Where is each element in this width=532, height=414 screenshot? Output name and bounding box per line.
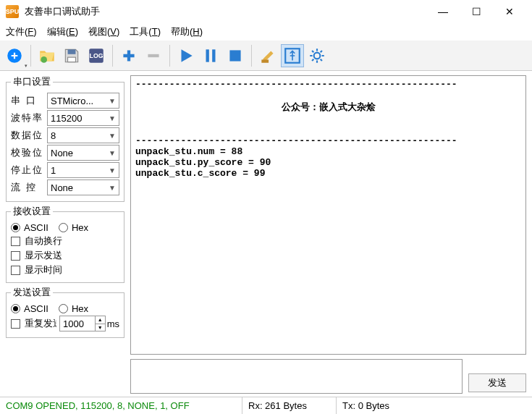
play-icon[interactable] [174,44,198,67]
toolbar: ▾ LOG [0,41,532,71]
stopbits-label: 停止位 [11,164,47,177]
flow-label: 流 控 [11,181,47,194]
spin-down-icon[interactable]: ▼ [95,324,105,331]
maximize-button[interactable]: ☐ [460,0,493,23]
chevron-down-icon: ▼ [109,166,116,174]
svg-rect-9 [261,59,269,62]
stopbits-select[interactable]: 1▼ [47,162,119,178]
menu-file[interactable]: 文件(F) [6,25,37,38]
databits-select[interactable]: 8▼ [47,127,119,143]
menu-help[interactable]: 帮助(H) [171,25,203,38]
minimize-button[interactable]: — [426,0,460,23]
menu-tools[interactable]: 工具(T) [130,25,161,38]
title-bar: SPU 友善串口调试助手 — ☐ ✕ [0,0,532,23]
stop-icon[interactable] [224,44,247,67]
sidebar: 串口设置 串 口 STMicro...▼ 波特率 115200▼ 数据位 8▼ … [0,71,130,397]
main-pane: ----------------------------------------… [130,71,532,397]
chevron-down-icon: ▼ [109,184,116,192]
chevron-down-icon: ▼ [109,114,116,122]
send-button[interactable]: 发送 [468,373,526,392]
port-select[interactable]: STMicro...▼ [47,93,119,109]
toolbar-divider [112,45,113,67]
minus-icon[interactable] [142,44,165,67]
svg-rect-8 [229,50,240,61]
toolbar-divider [169,45,170,67]
parity-label: 校验位 [11,146,47,159]
recv-settings-legend: 接收设置 [11,205,53,218]
save-icon[interactable] [60,44,83,67]
window-title: 友善串口调试助手 [25,5,426,18]
app-icon: SPU [6,5,19,18]
baud-select[interactable]: 115200▼ [47,110,119,126]
send-input[interactable] [130,359,463,394]
status-connection: COM9 OPENED, 115200, 8, NONE, 1, OFF [0,397,242,414]
chevron-down-icon: ▼ [109,132,116,140]
toolbar-divider [30,45,31,67]
open-folder-icon[interactable] [35,44,59,67]
chevron-down-icon: ▼ [109,97,116,105]
ms-label: ms [107,318,119,329]
chevron-down-icon: ▼ [109,149,116,157]
recv-ascii-radio[interactable]: ASCII [11,222,48,233]
port-label: 串 口 [11,94,47,107]
port-settings-group: 串口设置 串 口 STMicro...▼ 波特率 115200▼ 数据位 8▼ … [6,75,124,202]
interval-spinner[interactable]: 1000 ▲▼ [59,316,106,331]
svg-rect-7 [212,49,215,62]
send-settings-legend: 发送设置 [11,286,53,299]
receive-output[interactable]: ----------------------------------------… [130,75,526,355]
recv-hex-radio[interactable]: Hex [59,222,88,233]
pause-icon[interactable] [199,44,222,67]
showtime-checkbox[interactable]: 显示时间 [11,263,119,276]
split-view-icon[interactable] [281,44,304,67]
banner-text: 公众号：嵌入式大杂烩 [135,101,521,114]
databits-label: 数据位 [11,129,47,142]
clear-icon[interactable] [256,44,279,67]
status-tx: Tx: 0 Bytes [337,397,532,414]
svg-rect-3 [68,57,76,62]
repeat-send-checkbox[interactable]: 重复发送 [11,317,56,330]
menu-edit[interactable]: 编辑(E) [47,25,78,38]
close-button[interactable]: ✕ [493,0,526,23]
svg-rect-6 [206,49,209,62]
recv-settings-group: 接收设置 ASCII Hex 自动换行 显示发送 显示时间 [6,205,124,283]
autowrap-checkbox[interactable]: 自动换行 [11,235,119,248]
port-settings-legend: 串口设置 [11,75,53,88]
svg-point-11 [314,52,321,59]
menu-bar: 文件(F) 编辑(E) 视图(V) 工具(T) 帮助(H) [0,23,532,41]
svg-rect-2 [68,49,76,54]
log-icon[interactable]: LOG [85,44,108,67]
showtx-checkbox[interactable]: 显示发送 [11,249,119,262]
svg-point-1 [41,56,47,63]
parity-select[interactable]: None▼ [47,145,119,161]
connect-icon[interactable]: ▾ [3,44,26,67]
settings-icon[interactable] [305,44,329,67]
svg-text:LOG: LOG [90,52,104,59]
plus-icon[interactable] [117,44,140,67]
send-settings-group: 发送设置 ASCII Hex 重复发送 1000 ▲▼ ms [6,286,124,338]
spin-up-icon[interactable]: ▲ [95,316,105,324]
send-row: 发送 [130,359,526,394]
baud-label: 波特率 [11,111,47,124]
send-ascii-radio[interactable]: ASCII [11,303,48,314]
status-rx: Rx: 261 Bytes [242,397,337,414]
status-bar: COM9 OPENED, 115200, 8, NONE, 1, OFF Rx:… [0,397,532,414]
flow-select[interactable]: None▼ [47,179,119,195]
toolbar-divider [251,45,252,67]
content-area: 串口设置 串 口 STMicro...▼ 波特率 115200▼ 数据位 8▼ … [0,71,532,397]
send-hex-radio[interactable]: Hex [59,303,88,314]
menu-view[interactable]: 视图(V) [88,25,119,38]
